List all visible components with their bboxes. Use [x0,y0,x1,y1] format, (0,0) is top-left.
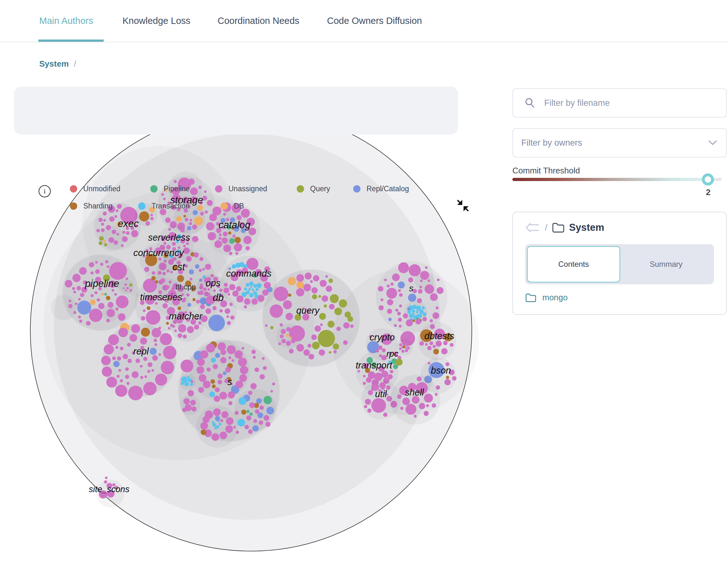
commit-threshold-value: 2 [704,188,713,197]
list-item-mongo[interactable]: mongo [525,292,568,302]
legend-item-repl-catalog: Repl/Catalog [353,181,409,196]
commit-threshold-slider[interactable] [512,178,722,181]
svg-text:rpc: rpc [386,349,398,358]
folder-icon [552,222,565,233]
svg-text:dbtests: dbtests [424,331,454,341]
svg-text:serverless: serverless [148,233,190,243]
svg-text:transport: transport [356,360,393,370]
legend-item-pipeline: Pipeline [150,181,190,196]
db-dot-icon [220,203,228,210]
repl-catalog-dot-icon [353,185,360,193]
card-tabs: Contents Summary [525,244,714,284]
unmodified-dot-icon [70,185,77,193]
svg-text:s: s [409,283,413,293]
top-tab-bar: Main Authors Knowledge Loss Coordination… [0,0,728,42]
breadcrumb-system-link[interactable]: System [39,59,69,69]
tab-summary[interactable]: Summary [620,246,712,282]
folder-icon [525,293,537,302]
svg-text:pipeline: pipeline [85,278,119,289]
back-icon[interactable] [525,222,540,233]
card-breadcrumb-separator: / [545,223,547,233]
card-title: System [569,222,604,233]
breadcrumb-separator: / [74,59,76,69]
search-icon [524,98,535,108]
tab-contents[interactable]: Contents [527,246,620,282]
svg-text:util: util [375,389,387,399]
legend-item-db: DB [220,199,244,213]
collapse-icon[interactable] [456,199,470,212]
legend-item-query: Query [297,181,330,196]
transaction-dot-icon [138,203,145,210]
svg-text:crypto: crypto [370,332,395,342]
legend-items: Unmodified Pipeline Unassigned Query Rep… [14,87,458,135]
owners-filter-label: Filter by owners [521,138,708,148]
tab-code-owners-diffusion[interactable]: Code Owners Diffusion [327,0,422,42]
active-tab-underline [38,40,104,42]
owners-filter-dropdown[interactable]: Filter by owners [512,128,727,158]
svg-text:catalog: catalog [219,219,250,231]
svg-text:site_scons: site_scons [89,484,130,494]
svg-text:concurrency: concurrency [133,248,184,258]
legend-item-transaction: Transaction [138,199,189,213]
sharding-dot-icon [70,203,77,210]
commit-threshold-label: Commit Threshold [512,166,580,176]
svg-text:ops: ops [206,278,221,288]
legend-item-unassigned: Unassigned [215,181,267,196]
tab-coordination-needs[interactable]: Coordination Needs [218,0,299,42]
info-icon[interactable]: i [39,185,51,197]
breadcrumb: System / [39,59,76,69]
detail-card: / System Contents Summary mongo [512,212,727,315]
legend-item-sharding: Sharding [70,199,113,213]
svg-text:exec: exec [118,218,139,229]
svg-text:cst: cst [172,262,185,273]
legend-bar: i Unmodified Pipeline Unassigned Query R… [14,87,458,135]
svg-text:commands: commands [226,269,271,279]
query-dot-icon [297,185,304,193]
tab-knowledge-loss[interactable]: Knowledge Loss [123,0,190,42]
commit-threshold-handle[interactable] [702,174,714,186]
filename-filter-input[interactable] [544,98,726,108]
filename-filter [512,88,727,118]
svg-text:db: db [213,292,224,303]
pipeline-dot-icon [150,185,158,193]
unassigned-dot-icon [215,185,222,193]
detail-card-header: / System [525,222,604,233]
svg-text:matcher: matcher [169,311,203,321]
svg-text:s: s [227,377,232,387]
svg-text:bson: bson [431,365,451,375]
svg-text:ttl.cpp: ttl.cpp [175,282,196,291]
tab-main-authors[interactable]: Main Authors [39,0,93,42]
legend-item-unmodified: Unmodified [70,181,120,196]
svg-text:repl: repl [133,346,149,356]
svg-text:timeseries: timeseries [140,292,182,302]
svg-text:query: query [296,305,320,315]
list-item-label: mongo [542,292,568,302]
svg-text:shell: shell [405,387,424,397]
chevron-down-icon [708,140,717,146]
